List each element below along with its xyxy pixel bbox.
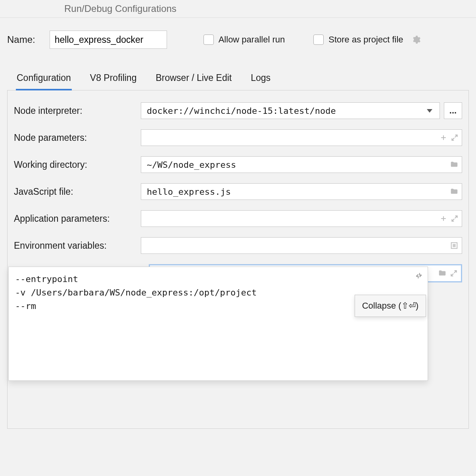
working-directory-label: Working directory: [14, 159, 141, 170]
name-label: Name: [7, 34, 35, 45]
dialog-title: Run/Debug Configurations [0, 0, 476, 18]
folder-icon[interactable] [450, 187, 459, 196]
node-interpreter-label: Node interpreter: [14, 106, 141, 116]
working-directory-value: ~/WS/node_express [147, 160, 450, 170]
configuration-panel: Node interpreter: docker://winchci/node-… [7, 90, 469, 429]
environment-variables-label: Environment variables: [14, 240, 141, 251]
list-icon[interactable] [450, 241, 459, 250]
store-project-label: Store as project file [328, 35, 403, 45]
tab-browser-live-edit[interactable]: Browser / Live Edit [155, 68, 232, 90]
application-parameters-label: Application parameters: [14, 213, 141, 224]
collapse-tooltip: Collapse (⇧⏎) [355, 295, 426, 317]
javascript-file-label: JavaScript file: [14, 186, 141, 197]
working-directory-input[interactable]: ~/WS/node_express [141, 156, 462, 173]
node-parameters-input[interactable] [141, 129, 462, 146]
node-interpreter-value: docker://winchci/node-15:latest/node [147, 106, 423, 116]
expand-icon[interactable] [451, 215, 459, 223]
plus-icon[interactable] [440, 134, 447, 142]
expand-icon[interactable] [450, 269, 458, 277]
plus-icon[interactable] [440, 215, 447, 223]
docker-settings-expanded-text: --entrypoint -v /Users/barbara/WS/node_e… [15, 274, 257, 311]
name-input[interactable] [50, 31, 167, 49]
expand-icon[interactable] [451, 134, 459, 142]
javascript-file-input[interactable]: hello_express.js [141, 183, 462, 200]
collapse-icon[interactable] [415, 272, 423, 280]
store-project-checkbox[interactable] [313, 35, 324, 45]
folder-icon[interactable] [438, 269, 447, 278]
tabs: Configuration V8 Profiling Browser / Liv… [7, 68, 469, 90]
tab-configuration[interactable]: Configuration [16, 68, 72, 90]
javascript-file-value: hello_express.js [147, 187, 450, 197]
node-interpreter-dropdown[interactable]: docker://winchci/node-15:latest/node [141, 102, 440, 119]
environment-variables-input[interactable] [141, 237, 462, 254]
docker-settings-expanded[interactable]: --entrypoint -v /Users/barbara/WS/node_e… [8, 267, 428, 381]
allow-parallel-label: Allow parallel run [219, 35, 285, 45]
allow-parallel-checkbox[interactable] [203, 35, 214, 45]
tab-v8-profiling[interactable]: V8 Profiling [89, 68, 138, 90]
node-parameters-label: Node parameters: [14, 132, 141, 143]
node-interpreter-browse-button[interactable]: ... [444, 102, 462, 119]
tab-logs[interactable]: Logs [250, 68, 271, 90]
gear-icon[interactable] [411, 35, 421, 44]
folder-icon[interactable] [450, 160, 459, 169]
chevron-down-icon [427, 109, 432, 113]
application-parameters-input[interactable] [141, 210, 462, 227]
